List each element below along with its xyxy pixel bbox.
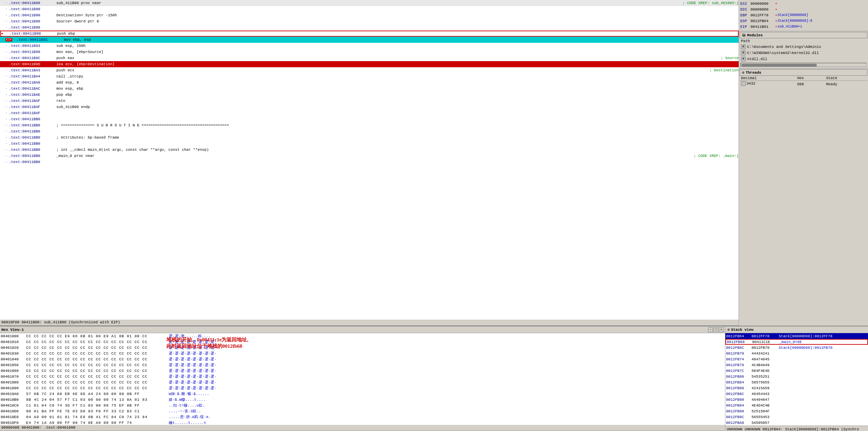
disasm-line[interactable]: ·.text:00411BB0; int __cdecl main_0(int … [0,147,739,153]
threads-title: Threads [746,71,761,75]
stack-line[interactable]: 0012FB6800411C1E_main_0+6E [725,339,868,345]
disasm-line[interactable]: ·.text:00411BB0_main_0 proc near; CODE X… [0,153,739,159]
hex-line[interactable]: 00401070 CC CC CC CC CC CC CC CC CC CC C… [0,374,725,379]
hex-panel: Hex View-1 − □ × 堆栈的开始。0x00411c1e为返回地址, … [0,326,725,431]
hex-addr: 004010B0 [1,398,26,402]
disasm-line[interactable]: ·.text:00411B90Source= dword ptr 8 [0,18,739,24]
disasm-line[interactable]: ·.text:00411B90sub_411B90 proc near; COD… [0,0,739,6]
disasm-line[interactable]: ·.text:00411B9Cpush eax; Source [0,55,739,61]
stack-line[interactable]: 0012FB7044434241 [725,351,868,356]
disasm-line[interactable]: EIP·.text:00411B91mov ebp, esp [0,37,739,43]
module-item[interactable]: M ntdll.dll [740,56,867,62]
hex-ascii: 逻·逻·逻·逻·逻·逻·逻·逻· [169,345,724,350]
hex-ascii: 逻·逻·逻·逻·逻·逻·逻·逻· [169,374,724,379]
disasm-line[interactable]: ·.text:00411BB0; =============== S U B R… [0,122,739,128]
disasm-line[interactable]: ·.text:00411BB0 [0,159,739,165]
hex-minimize-btn[interactable]: − [708,327,713,332]
hex-line[interactable]: 004010F0 E4 74 1A A9 00 FF 00 74 0E A9 0… [0,420,725,425]
disasm-line[interactable]: ·.text:00411BAFretn [0,98,739,104]
stack-addr: 0012FB88 [726,386,752,390]
disasm-line[interactable]: ·.text:00411BAFsub_411B90 endp [0,104,739,110]
disasm-line[interactable]: ·.text:00411BB0 [0,116,739,122]
stack-value: 42415A59 [752,386,779,390]
disasm-line[interactable]: ·.text:00411B90 [0,24,739,31]
hex-addr: 004010E0 [1,415,26,419]
disasm-line[interactable]: ·.text:00411B90 [0,6,739,12]
disasm-content[interactable]: ·.text:00411B90sub_411B90 proc near; COD… [0,0,739,320]
stack-line[interactable]: 0012FB8842415A59 [725,385,868,391]
line-dot: · [5,56,9,60]
stack-line[interactable]: 0012FB904A494847 [725,397,868,402]
hex-content[interactable]: 堆栈的开始。0x00411c1e为返回地址, 此时返回地址位于堆栈的0012fb… [0,333,725,425]
reg-arrow: ➜ [775,7,777,12]
stack-value: 54535251 [752,375,779,379]
hex-restore-btn[interactable]: □ [713,327,718,332]
hex-line[interactable]: 00401060 CC CC CC CC CC CC CC CC CC CC C… [0,368,725,374]
modules-scrollbar[interactable] [740,63,867,67]
disasm-line[interactable]: ·.text:00411BA4call _strcpy [0,73,739,79]
disasm-line[interactable]: ·.text:00411BA3push ecx; Destination [0,67,739,73]
hex-addr: 004010D0 [1,409,26,413]
stack-addr: 0012FBA0 [726,421,752,425]
hex-line[interactable]: 004010A0 57 8B 7C 24 08 EB 6E 8D A4 24 0… [0,391,725,397]
hex-line[interactable]: 00401000 CC CC CC CC CC E9 86 0B 01 00 E… [0,333,725,339]
hex-bytes: CC CC CC CC CC CC CC CC CC CC CC CC CC C… [26,340,169,344]
disasm-line[interactable]: ·.text:00411BB0 [0,141,739,147]
thread-row[interactable]: 3432 D68 Ready [740,81,867,88]
hex-line[interactable]: 00401020 CC CC CC CC CC CC CC CC CC CC C… [0,345,725,351]
stack-panel: ⚙ Stack view 0012FB640012FF78Stack[00000… [725,326,868,431]
line-address: .text:00411B91 [16,38,64,42]
disasm-line[interactable]: ·.text:00411BB0 [0,128,739,134]
hex-line[interactable]: 00401030 CC CC CC CC CC CC CC CC CC CC C… [0,351,725,356]
hex-line[interactable]: 00401040 CC CC CC CC CC CC CC CC CC CC C… [0,356,725,362]
reg-comment: sub_411B90+1 [778,25,802,29]
stack-line[interactable]: 0012FB640012FF78Stack[00000D68]:0012FF78 [725,333,868,339]
disasm-line[interactable]: ►.text:00411B90push ebp [0,31,739,37]
thread-state: Ready [825,81,867,88]
hex-line[interactable]: 00401090 CC CC CC CC CC CC CC CC CC CC C… [0,385,725,391]
disasm-line[interactable]: ·.text:00411B90Destination= byte ptr -15… [0,12,739,18]
hex-addr: 00401090 [1,386,26,390]
hex-addr: 00401020 [1,346,26,350]
disasm-line[interactable]: ·.text:00411B9Dlea ecx, [ebp+Destination… [0,61,739,67]
stack-line[interactable]: 0012FB985251504F [725,408,868,414]
hex-bytes: C1 01 84 C0 74 3D F7 C1 03 00 00 75 EF 8… [26,403,169,408]
disasm-line[interactable]: ·.text:00411B99mov eax, [ebp+Source] [0,49,739,55]
line-mnemonic: sub esp, 150h [56,44,739,48]
stack-line[interactable]: 0012FB9C56555453 [725,414,868,420]
module-item[interactable]: M C:\Documents and Settings\Adminis [740,44,867,50]
stack-content[interactable]: 0012FB640012FF78Stack[00000D68]:0012FF78… [725,333,868,431]
hex-bytes: 57 8B 7C 24 08 EB 6E 8D A4 24 00 00 00 8… [26,392,169,396]
line-dot: · [5,124,9,127]
hex-line[interactable]: 004010E0 04 A9 00 01 01 81 74 E8 8B 41 F… [0,414,725,420]
line-dot: · [5,105,9,109]
module-item[interactable]: M C:\WINDOWS\system32\kernel32.dll [740,50,867,56]
disasm-line[interactable]: ·.text:00411B93sub esp, 150h [0,43,739,49]
hex-ascii: 逻·逻·逻·逻·逻·逻·逻·逻· [169,368,724,373]
hex-line[interactable]: 00401010 CC CC CC CC CC CC CC CC CC CC C… [0,339,725,345]
stack-line[interactable]: 0012FB7448474645 [725,356,868,362]
stack-line[interactable]: 0012FBA05A595857 [725,420,868,426]
module-icon: M [741,57,746,61]
stack-addr: 0012FB8C [726,392,752,396]
stack-line[interactable]: 0012FB8054535251 [725,374,868,379]
hex-view-title: Hex View-1 [1,328,24,332]
hex-line[interactable]: 004010D0 00 01 BA FF FE 7E 03 D0 83 F0 F… [0,408,725,414]
stack-line[interactable]: 0012FB6C0012FB70Stack[00000D68]:0012FB70 [725,345,868,351]
disasm-line[interactable]: ·.text:00411BAF [0,110,739,116]
hex-line[interactable]: 004010C0 C1 01 84 C0 74 3D F7 C1 03 00 0… [0,402,725,408]
disasm-line[interactable]: ·.text:00411BAEpop ebp [0,92,739,98]
stack-line[interactable]: 0012FB8458575655 [725,379,868,385]
hex-close-btn[interactable]: × [719,327,724,332]
disasm-line[interactable]: ·.text:00411BB0; Attributes: bp-based fr… [0,134,739,141]
disasm-line[interactable]: ·.text:00411BA9add esp, 8 [0,79,739,86]
stack-line[interactable]: 0012FB944E4D4C4B [725,402,868,408]
line-dot: · [5,62,9,66]
stack-line[interactable]: 0012FB7C504F4E4D [725,368,868,374]
hex-line[interactable]: 004010B0 8B 4C 24 04 57 F7 C1 03 00 00 0… [0,397,725,402]
hex-line[interactable]: 00401080 CC CC CC CC CC CC CC CC CC CC C… [0,379,725,385]
disasm-line[interactable]: ·.text:00411BACmov esp, ebp [0,86,739,92]
stack-line[interactable]: 0012FB784C4B4A49 [725,362,868,368]
hex-line[interactable]: 00401050 CC CC CC CC CC CC CC CC CC CC C… [0,362,725,368]
stack-line[interactable]: 0012FB8C46454443 [725,391,868,397]
